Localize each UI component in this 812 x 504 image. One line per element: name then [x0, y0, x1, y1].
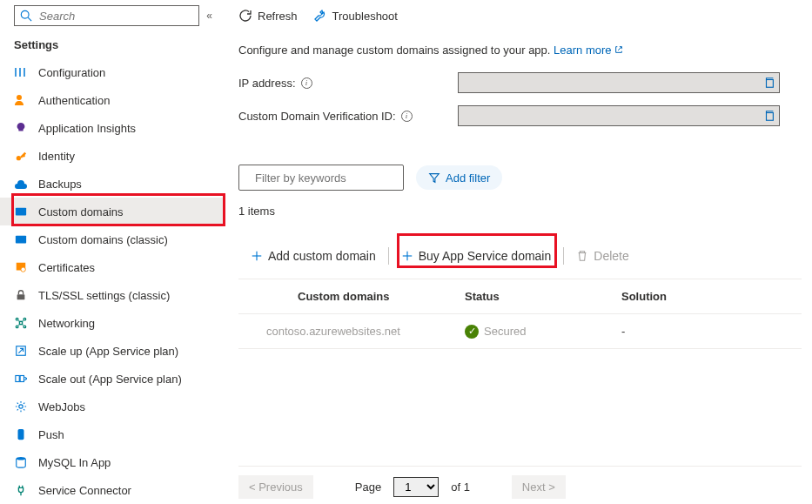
check-circle-icon: ✓	[465, 325, 479, 339]
copy-icon[interactable]	[763, 110, 775, 122]
trash-icon	[576, 250, 588, 262]
sidebar-item-label: Authentication	[38, 94, 110, 107]
sidebar-item-networking[interactable]: Networking	[0, 309, 223, 337]
cloud-backup-icon	[14, 177, 28, 191]
ip-address-value[interactable]	[458, 72, 780, 93]
scale-out-icon	[14, 372, 28, 386]
sidebar-item-identity[interactable]: Identity	[0, 142, 223, 170]
database-icon	[14, 455, 28, 469]
lock-icon	[14, 288, 28, 302]
sidebar-item-label: Service Connector	[38, 484, 131, 497]
page-select[interactable]: 1	[393, 477, 439, 497]
sidebar-item-certificates[interactable]: Certificates	[0, 253, 223, 281]
add-custom-domain-button[interactable]: Add custom domain	[238, 242, 388, 270]
info-icon[interactable]: i	[401, 111, 413, 122]
sidebar-item-label: Application Insights	[38, 122, 136, 135]
svg-rect-18	[16, 376, 19, 382]
domains-table: Custom domains Status Solution contoso.a…	[238, 279, 802, 349]
sidebar-item-label: Certificates	[38, 261, 95, 274]
wrench-icon	[313, 9, 327, 23]
sidebar-item-label: WebJobs	[38, 400, 85, 413]
sidebar-item-custom-domains-classic[interactable]: Custom domains (classic)	[0, 225, 223, 253]
sidebar-item-custom-domains[interactable]: Custom domains	[0, 198, 223, 225]
sidebar-item-mysql[interactable]: MySQL In App	[0, 448, 223, 476]
svg-point-13	[16, 318, 18, 320]
person-lock-icon	[14, 93, 28, 107]
plus-icon	[251, 250, 263, 262]
sidebar-item-app-insights[interactable]: Application Insights	[0, 114, 223, 142]
sidebar-item-push[interactable]: Push	[0, 420, 223, 448]
col-header-domain[interactable]: Custom domains	[238, 290, 465, 303]
sidebar-item-webjobs[interactable]: WebJobs	[0, 393, 223, 420]
svg-point-10	[21, 267, 25, 272]
external-link-icon	[614, 45, 623, 54]
sidebar-item-label: Push	[38, 428, 64, 441]
sidebar-search-input[interactable]	[37, 9, 193, 24]
col-header-status[interactable]: Status	[465, 290, 621, 303]
prev-page-button: < Previous	[238, 475, 313, 499]
sidebar-item-label: Scale out (App Service plan)	[38, 373, 182, 386]
refresh-icon	[238, 9, 252, 23]
filter-keywords[interactable]	[238, 165, 404, 191]
certificate-icon	[14, 260, 28, 274]
items-count: 1 items	[238, 205, 802, 218]
page-of: of 1	[451, 480, 470, 494]
sidebar-item-authentication[interactable]: Authentication	[0, 86, 223, 114]
svg-point-15	[16, 326, 18, 328]
globe-icon	[14, 205, 28, 218]
add-filter-button[interactable]: Add filter	[416, 165, 502, 190]
info-icon[interactable]: i	[301, 77, 312, 89]
troubleshoot-label: Troubleshoot	[332, 10, 398, 23]
sidebar-item-scale-up[interactable]: Scale up (App Service plan)	[0, 337, 223, 365]
svg-rect-11	[17, 294, 25, 299]
cdvid-label: Custom Domain Verification ID: i	[238, 110, 458, 123]
sidebar-item-label: MySQL In App	[38, 456, 111, 469]
push-icon	[14, 427, 28, 441]
svg-point-22	[17, 457, 26, 460]
cell-solution: -	[621, 325, 802, 338]
key-icon	[14, 149, 28, 163]
svg-rect-26	[767, 80, 774, 88]
svg-rect-19	[20, 376, 23, 382]
troubleshoot-button[interactable]: Troubleshoot	[313, 9, 398, 23]
svg-point-0	[21, 10, 29, 18]
plus-icon	[401, 250, 413, 262]
col-header-solution[interactable]: Solution	[621, 290, 802, 303]
collapse-sidebar-icon[interactable]: «	[205, 8, 214, 24]
copy-icon[interactable]	[763, 77, 775, 89]
sliders-icon	[14, 65, 28, 79]
svg-rect-27	[767, 113, 774, 121]
filter-keywords-input[interactable]	[253, 171, 403, 185]
sidebar-item-label: Networking	[38, 317, 95, 330]
ip-address-label: IP address: i	[238, 77, 458, 90]
refresh-button[interactable]: Refresh	[238, 9, 298, 23]
buy-app-service-domain-button[interactable]: Buy App Service domain	[389, 242, 564, 270]
plug-icon	[14, 483, 28, 497]
sidebar-item-label: Backups	[38, 178, 82, 191]
svg-rect-7	[16, 208, 26, 216]
cell-status: Secured	[484, 325, 526, 338]
sidebar-search[interactable]	[14, 5, 199, 26]
cdvid-value[interactable]	[458, 105, 780, 126]
svg-rect-21	[18, 429, 24, 440]
funnel-icon	[428, 171, 440, 184]
sidebar-item-configuration[interactable]: Configuration	[0, 58, 223, 86]
sidebar-item-backups[interactable]: Backups	[0, 170, 223, 198]
sidebar-item-service-connector[interactable]: Service Connector	[0, 476, 223, 504]
network-icon	[14, 316, 28, 330]
sidebar-item-scale-out[interactable]: Scale out (App Service plan)	[0, 365, 223, 393]
table-header: Custom domains Status Solution	[238, 279, 802, 314]
gear-icon	[14, 400, 28, 413]
svg-point-14	[23, 318, 26, 320]
cell-domain: contoso.azurewebsites.net	[238, 325, 465, 338]
sidebar-item-label: Custom domains	[38, 205, 124, 218]
table-row[interactable]: contoso.azurewebsites.net ✓ Secured -	[238, 314, 802, 349]
sidebar-item-tls-ssl[interactable]: TLS/SSL settings (classic)	[0, 281, 223, 309]
page-description: Configure and manage custom domains assi…	[238, 31, 802, 72]
sidebar-item-label: Custom domains (classic)	[38, 233, 168, 246]
sidebar-item-label: TLS/SSL settings (classic)	[38, 289, 170, 302]
page-label: Page	[355, 480, 381, 494]
learn-more-link[interactable]: Learn more	[554, 44, 623, 57]
svg-point-5	[17, 95, 22, 100]
search-icon	[20, 10, 32, 22]
